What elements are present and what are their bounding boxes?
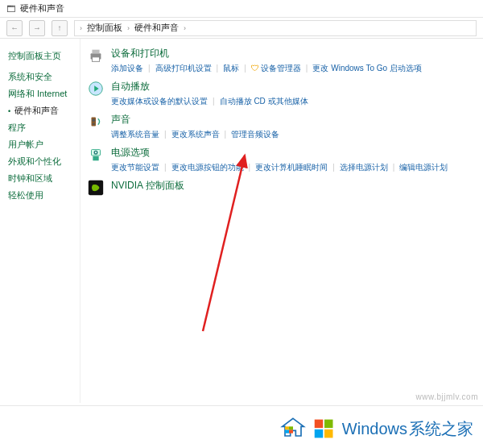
svg-rect-20 <box>324 429 333 438</box>
svg-rect-15 <box>285 430 289 433</box>
task-link-label: 更改 Windows To Go 启动选项 <box>312 64 421 73</box>
task-link[interactable]: 更改计算机睡眠时间 <box>255 161 328 174</box>
content-pane: 设备和打印机添加设备|高级打印机设置|鼠标|🛡设备管理器|更改 Windows … <box>80 39 483 403</box>
nav-bar: ← → ↑ › 控制面板 › 硬件和声音 › <box>0 18 483 39</box>
sidebar-item-4[interactable]: 用户帐户 <box>8 136 80 153</box>
link-divider: | <box>148 62 151 75</box>
category-links: 添加设备|高级打印机设置|鼠标|🛡设备管理器|更改 Windows To Go … <box>111 62 477 75</box>
category-autoplay: 自动播放更改媒体或设备的默认设置|自动播放 CD 或其他媒体 <box>87 80 477 108</box>
footer: Windows 系统之家 <box>0 409 483 448</box>
task-link-label: 选择电源计划 <box>340 163 388 172</box>
sidebar-item-label: 系统和安全 <box>8 72 52 81</box>
nvidia-icon <box>87 179 105 197</box>
sidebar-home-link[interactable]: 控制面板主页 <box>8 47 80 68</box>
link-divider: | <box>249 161 251 174</box>
sidebar: 控制面板主页 系统和安全网络和 Internet•硬件和声音程序用户帐户外观和个… <box>0 39 80 403</box>
category-title-link[interactable]: 电源选项 <box>111 146 477 161</box>
link-divider: | <box>213 95 215 108</box>
sidebar-item-0[interactable]: 系统和安全 <box>8 68 80 85</box>
breadcrumb-item-hardware-sound[interactable]: 硬件和声音 <box>134 22 179 34</box>
category-body: NVIDIA 控制面板 <box>111 179 477 197</box>
breadcrumb[interactable]: › 控制面板 › 硬件和声音 › <box>74 20 477 36</box>
task-link[interactable]: 🛡设备管理器 <box>251 62 301 75</box>
windows-logo-icon <box>313 417 336 440</box>
window-title: 硬件和声音 <box>20 2 64 15</box>
category-title-link[interactable]: 设备和打印机 <box>111 47 477 62</box>
task-link[interactable]: 高级打印机设置 <box>155 62 212 75</box>
shield-icon: 🛡 <box>251 64 259 73</box>
task-link-label: 高级打印机设置 <box>155 64 212 73</box>
house-logo-icon <box>279 416 307 442</box>
task-link[interactable]: 选择电源计划 <box>340 161 388 174</box>
category-sound: 声音调整系统音量|更改系统声音|管理音频设备 <box>87 113 477 141</box>
category-links: 更改节能设置|更改电源按钮的功能|更改计算机睡眠时间|选择电源计划|编辑电源计划 <box>111 161 477 174</box>
sidebar-item-label: 用户帐户 <box>8 139 43 149</box>
task-link-label: 自动播放 CD 或其他媒体 <box>220 97 308 106</box>
link-divider: | <box>244 62 246 75</box>
sidebar-item-label: 程序 <box>8 122 26 132</box>
link-divider: | <box>164 128 167 141</box>
task-link[interactable]: 添加设备 <box>111 62 143 75</box>
task-link[interactable]: 管理音频设备 <box>231 128 279 141</box>
sidebar-item-2[interactable]: •硬件和声音 <box>8 102 80 119</box>
window-icon: 🗔 <box>6 4 15 14</box>
sidebar-item-label: 外观和个性化 <box>8 156 61 166</box>
link-divider: | <box>393 161 395 174</box>
footer-brand-en: Windows <box>342 420 407 438</box>
footer-brand-cn: 系统之家 <box>409 418 473 440</box>
footer-brand: Windows 系统之家 <box>342 418 473 440</box>
task-link-label: 更改计算机睡眠时间 <box>255 163 328 172</box>
sound-icon <box>87 113 105 131</box>
footer-divider <box>0 405 483 406</box>
breadcrumb-sep-icon: › <box>184 24 186 32</box>
task-link-label: 编辑电源计划 <box>399 163 448 172</box>
window-titlebar: 🗔 硬件和声音 <box>0 0 483 18</box>
task-link[interactable]: 编辑电源计划 <box>399 161 448 174</box>
task-link[interactable]: 鼠标 <box>223 62 239 75</box>
task-link[interactable]: 更改 Windows To Go 启动选项 <box>312 62 421 75</box>
printer-icon <box>87 47 105 64</box>
task-link[interactable]: 更改媒体或设备的默认设置 <box>111 95 208 108</box>
task-link[interactable]: 更改系统声音 <box>171 128 220 141</box>
link-divider: | <box>225 128 227 141</box>
svg-point-6 <box>92 118 95 122</box>
svg-rect-17 <box>315 420 324 429</box>
svg-rect-18 <box>324 420 333 429</box>
breadcrumb-item-control-panel[interactable]: 控制面板 <box>87 22 122 34</box>
breadcrumb-sep-icon: › <box>80 24 82 32</box>
category-title-link[interactable]: 自动播放 <box>111 80 477 95</box>
category-power: 电源选项更改节能设置|更改电源按钮的功能|更改计算机睡眠时间|选择电源计划|编辑… <box>87 146 477 174</box>
sidebar-item-1[interactable]: 网络和 Internet <box>8 85 80 102</box>
autoplay-icon <box>87 80 105 97</box>
category-body: 声音调整系统音量|更改系统声音|管理音频设备 <box>111 113 477 141</box>
category-title-link[interactable]: 声音 <box>111 113 477 128</box>
svg-rect-8 <box>92 150 101 156</box>
sidebar-item-3[interactable]: 程序 <box>8 119 80 136</box>
category-title-link[interactable]: NVIDIA 控制面板 <box>111 179 477 194</box>
body: 控制面板主页 系统和安全网络和 Internet•硬件和声音程序用户帐户外观和个… <box>0 39 483 403</box>
task-link[interactable]: 调整系统音量 <box>111 128 159 141</box>
up-button[interactable]: ↑ <box>52 20 68 36</box>
sidebar-item-6[interactable]: 时钟和区域 <box>8 170 80 187</box>
breadcrumb-sep-icon: › <box>127 24 130 32</box>
category-nvidia: NVIDIA 控制面板 <box>87 179 477 197</box>
category-body: 设备和打印机添加设备|高级打印机设置|鼠标|🛡设备管理器|更改 Windows … <box>111 47 477 75</box>
sidebar-item-label: 网络和 Internet <box>8 89 67 98</box>
svg-rect-16 <box>289 430 293 433</box>
sidebar-list: 系统和安全网络和 Internet•硬件和声音程序用户帐户外观和个性化时钟和区域… <box>8 68 80 204</box>
svg-rect-1 <box>92 50 99 54</box>
task-link-label: 更改节能设置 <box>111 163 159 172</box>
task-link-label: 更改媒体或设备的默认设置 <box>111 97 208 106</box>
task-link[interactable]: 更改节能设置 <box>111 161 159 174</box>
back-button[interactable]: ← <box>6 20 23 36</box>
task-link[interactable]: 更改电源按钮的功能 <box>171 161 244 174</box>
task-link[interactable]: 自动播放 CD 或其他媒体 <box>220 95 308 108</box>
sidebar-item-7[interactable]: 轻松使用 <box>8 187 80 204</box>
bullet-icon: • <box>8 107 13 115</box>
forward-button[interactable]: → <box>29 20 45 36</box>
sidebar-item-5[interactable]: 外观和个性化 <box>8 153 80 170</box>
task-link-label: 设备管理器 <box>261 64 301 73</box>
sidebar-item-label: 轻松使用 <box>8 190 43 200</box>
category-printer: 设备和打印机添加设备|高级打印机设置|鼠标|🛡设备管理器|更改 Windows … <box>87 47 477 75</box>
svg-rect-2 <box>92 57 99 62</box>
